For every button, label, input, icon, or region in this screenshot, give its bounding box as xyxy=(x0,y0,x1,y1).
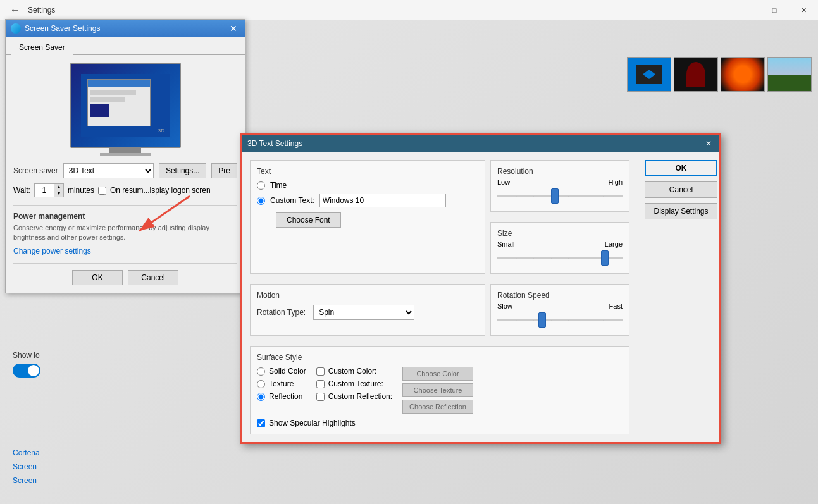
main-titlebar: ← Settings — □ ✕ xyxy=(0,0,818,20)
screensaver-tab-strip: Screen Saver xyxy=(6,37,245,55)
wallpaper-thumb-3[interactable] xyxy=(721,57,765,92)
screensaver-close-button[interactable]: ✕ xyxy=(227,22,240,35)
resolution-thumb[interactable] xyxy=(551,188,559,204)
rotation-slow: Slow xyxy=(497,302,512,310)
show-specular-label: Show Specular Highlights xyxy=(269,419,356,427)
minimize-button[interactable]: — xyxy=(731,0,760,20)
solid-color-row: Solid Color xyxy=(257,367,306,376)
close-button[interactable]: ✕ xyxy=(789,0,818,20)
screen-link-2[interactable]: Screen xyxy=(13,476,40,485)
custom-texture-checkbox[interactable] xyxy=(316,380,325,388)
choose-color-button[interactable]: Choose Color xyxy=(402,367,473,381)
preview-window xyxy=(87,79,151,126)
show-lock-label: Show lo xyxy=(13,351,40,360)
screensaver-label: Screen saver xyxy=(13,166,58,175)
wait-up-button[interactable]: ▲ xyxy=(54,184,63,190)
text3d-content: Text Time Custom Text: Choose Font xyxy=(242,152,719,442)
screensaver-dialog-footer: OK Cancel xyxy=(13,263,237,285)
custom-texture-label: Custom Texture: xyxy=(328,379,383,388)
texture-radio[interactable] xyxy=(257,380,265,388)
show-lock-toggle[interactable] xyxy=(13,364,40,378)
surface-button-group: Choose Color Choose Texture Choose Refle… xyxy=(402,367,473,414)
wallpaper-thumb-4[interactable] xyxy=(767,57,812,92)
text3d-main-panel: Text Time Custom Text: Choose Font xyxy=(242,152,637,442)
text3d-cancel-button[interactable]: Cancel xyxy=(645,181,717,198)
rotation-speed-thumb[interactable] xyxy=(538,312,546,328)
custom-reflection-row: Custom Reflection: xyxy=(316,392,392,401)
surface-section: Surface Style Solid Color Texture xyxy=(250,346,629,434)
show-lock-section: Show lo xyxy=(13,351,40,378)
time-radio-label: Time xyxy=(270,181,287,190)
preview-monitor: 3D xyxy=(70,63,181,148)
specular-row: Show Specular Highlights xyxy=(257,419,623,427)
screen-link-1[interactable]: Screen xyxy=(13,462,40,471)
screensaver-tab[interactable]: Screen Saver xyxy=(11,40,73,55)
maximize-button[interactable]: □ xyxy=(760,0,789,20)
custom-reflection-checkbox[interactable] xyxy=(316,393,325,401)
main-window-title: Settings xyxy=(28,6,55,15)
screensaver-cancel-button[interactable]: Cancel xyxy=(128,270,178,285)
reflection-radio[interactable] xyxy=(257,393,265,401)
power-management-description: Conserve energy or maximize performance … xyxy=(13,223,237,243)
wallpaper-thumb-1[interactable] xyxy=(627,57,671,92)
resume-checkbox[interactable] xyxy=(98,187,106,195)
show-specular-checkbox[interactable] xyxy=(257,419,265,427)
rotation-fast: Fast xyxy=(609,302,623,310)
texture-label: Texture xyxy=(269,379,294,388)
text3d-display-settings-button[interactable]: Display Settings xyxy=(645,203,717,219)
solid-color-radio[interactable] xyxy=(257,367,265,376)
motion-section: Motion Rotation Type: Spin See-Saw Wobbl… xyxy=(250,284,485,336)
screensaver-dialog-title: Screen Saver Settings xyxy=(25,24,227,33)
resolution-label: Resolution xyxy=(497,167,533,176)
preview-screen: 3D xyxy=(71,64,180,147)
custom-text-radio[interactable] xyxy=(257,197,265,205)
size-large: Large xyxy=(605,240,623,248)
resolution-size-panel: Resolution Low High ········ xyxy=(490,160,629,279)
choose-texture-button[interactable]: Choose Texture xyxy=(402,383,473,397)
text3d-dialog-title: 3D Text Settings xyxy=(247,139,302,148)
time-radio[interactable] xyxy=(257,181,265,190)
wallpaper-thumbnails xyxy=(627,57,812,92)
size-section: Size Small Large ········ xyxy=(490,222,629,274)
custom-color-row: Custom Color: xyxy=(316,367,392,376)
resolution-high: High xyxy=(608,178,623,186)
surface-grid: Solid Color Texture Reflection xyxy=(257,367,623,414)
text-section-label: Text xyxy=(257,167,478,176)
rotation-speed-header: Rotation Speed xyxy=(497,291,623,300)
wait-input[interactable] xyxy=(35,184,54,197)
choose-reflection-button[interactable]: Choose Reflection xyxy=(402,400,473,414)
wait-down-button[interactable]: ▼ xyxy=(54,190,63,197)
text3d-sidebar: OK Cancel Display Settings xyxy=(637,152,719,442)
cortana-link[interactable]: Cortena xyxy=(13,448,40,457)
resolution-header: Resolution xyxy=(497,167,623,176)
size-thumb[interactable] xyxy=(601,250,609,266)
text3d-close-button[interactable]: ✕ xyxy=(703,138,714,149)
screensaver-settings-button[interactable]: Settings... xyxy=(159,163,206,178)
rotation-type-label: Rotation Type: xyxy=(257,308,306,317)
motion-section-label: Motion xyxy=(257,291,478,300)
resolution-slider-container: ········ xyxy=(497,187,623,205)
text3d-ok-button[interactable]: OK xyxy=(645,160,717,176)
back-button[interactable]: ← xyxy=(8,3,23,18)
resolution-dots: ········ xyxy=(497,195,623,198)
preview-monitor-wrapper: 3D xyxy=(70,63,181,156)
choose-font-container: Choose Font xyxy=(257,212,478,228)
screensaver-dropdown[interactable]: 3D Text xyxy=(63,163,154,178)
custom-text-row: Custom Text: xyxy=(257,194,478,207)
custom-color-checkbox[interactable] xyxy=(316,367,325,376)
minutes-label: minutes xyxy=(68,186,94,195)
preview-inner: 3D xyxy=(81,74,170,137)
preview-window-titlebar xyxy=(88,80,150,87)
texture-row: Texture xyxy=(257,379,306,388)
time-radio-row: Time xyxy=(257,181,478,190)
wait-label: Wait: xyxy=(13,186,30,195)
choose-font-button[interactable]: Choose Font xyxy=(276,212,341,228)
change-power-settings-link[interactable]: Change power settings xyxy=(13,247,91,255)
screensaver-ok-button[interactable]: OK xyxy=(72,270,123,285)
custom-color-label: Custom Color: xyxy=(328,367,377,376)
custom-text-input[interactable] xyxy=(319,194,446,207)
rotation-type-dropdown[interactable]: Spin See-Saw Wobble Tumble xyxy=(313,305,414,320)
custom-text-radio-label: Custom Text: xyxy=(270,196,314,205)
screensaver-preview-button[interactable]: Pre xyxy=(211,163,237,178)
wallpaper-thumb-2[interactable] xyxy=(674,57,718,92)
